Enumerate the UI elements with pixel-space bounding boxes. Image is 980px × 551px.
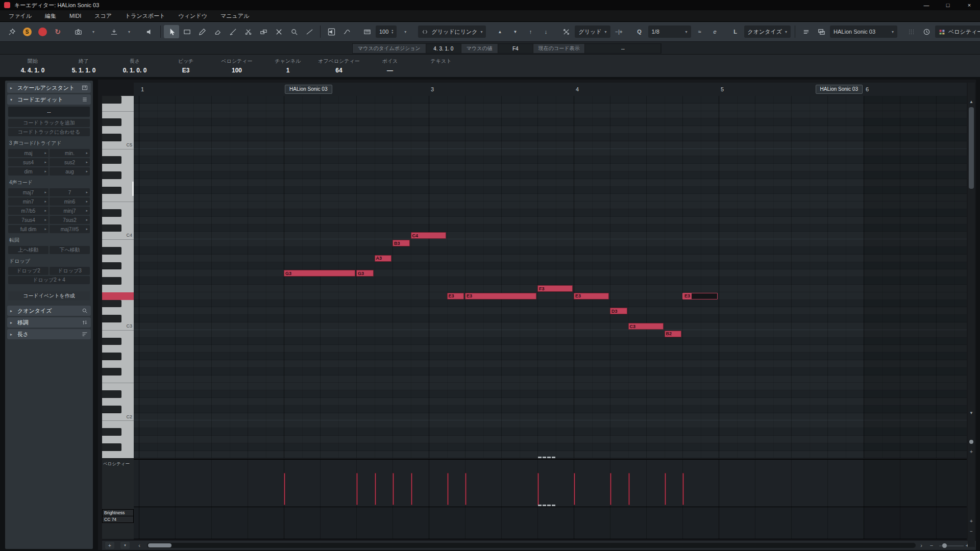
- chord-expand-icon[interactable]: ▸: [86, 227, 88, 231]
- piano-keyboard[interactable]: C5C4C3C2: [102, 96, 134, 458]
- piano-key-highlight-E3[interactable]: [102, 292, 134, 300]
- piano-key-black[interactable]: [102, 406, 121, 413]
- lane-resize-handle[interactable]: [538, 505, 555, 506]
- chord-button-dim[interactable]: dim▸: [8, 167, 48, 176]
- link-to-grid-select[interactable]: グリッドにリンク ▾: [418, 26, 486, 38]
- part-name-tag[interactable]: HALion Sonic 03: [285, 85, 332, 94]
- velocity-lane[interactable]: [134, 459, 967, 507]
- piano-key-black[interactable]: [102, 315, 121, 322]
- v-scroll-down-button[interactable]: ▼: [968, 409, 975, 416]
- time-format-button[interactable]: [919, 25, 934, 38]
- velocity-bar[interactable]: [665, 473, 666, 505]
- chord-button-minj7[interactable]: minj7▸: [50, 207, 90, 215]
- velocity-bar[interactable]: [574, 473, 575, 505]
- menu-item-4[interactable]: トランスポート: [118, 10, 172, 21]
- chord-expand-icon[interactable]: ▸: [44, 160, 46, 164]
- piano-key-black[interactable]: [102, 156, 121, 164]
- piano-key-black[interactable]: [102, 262, 121, 270]
- info-field-value[interactable]: 100: [211, 67, 262, 74]
- chord-button-aug[interactable]: aug▸: [50, 167, 90, 176]
- menu-item-3[interactable]: スコア: [88, 10, 118, 21]
- move-up-button[interactable]: 上へ移動: [8, 246, 48, 254]
- section-length[interactable]: ▸ 長さ: [7, 329, 91, 339]
- midi-note-G3-0[interactable]: G3: [284, 270, 355, 277]
- piano-key-black[interactable]: [102, 277, 121, 285]
- velocity-bar[interactable]: [537, 473, 539, 505]
- h-zoom-thumb[interactable]: [942, 543, 947, 548]
- audition-box-button[interactable]: [324, 25, 339, 38]
- iterative-quantize-button[interactable]: ≈: [692, 25, 707, 38]
- chord-expand-icon[interactable]: ▸: [86, 209, 88, 213]
- chord-button-fulldim[interactable]: full dim▸: [8, 225, 48, 233]
- info-field-value[interactable]: E3: [160, 67, 211, 74]
- chord-expand-icon[interactable]: ▸: [44, 199, 46, 204]
- v-zoom-in-button[interactable]: +: [968, 448, 975, 455]
- snapshot-dropdown[interactable]: ▾: [86, 25, 101, 38]
- transpose-down-button[interactable]: ↓: [538, 25, 553, 38]
- add-chord-track-button[interactable]: コードトラックを追加: [8, 119, 90, 127]
- v-zoom-handle[interactable]: [969, 440, 973, 444]
- chord-button-7sus4[interactable]: 7sus4▸: [8, 216, 48, 224]
- piano-key-black[interactable]: [102, 443, 121, 451]
- chord-button-sus4[interactable]: sus4▸: [8, 158, 48, 166]
- transpose-up-button[interactable]: ↑: [523, 25, 538, 38]
- chord-expand-icon[interactable]: ▸: [44, 151, 46, 155]
- menu-item-0[interactable]: ファイル: [2, 10, 38, 21]
- chord-expand-icon[interactable]: ▸: [44, 190, 46, 194]
- velocity-bar[interactable]: [356, 473, 358, 505]
- piano-key-black[interactable]: [102, 224, 121, 232]
- midi-note-E3-8[interactable]: E3: [574, 293, 609, 299]
- velocity-stepper[interactable]: ▴ ▾: [391, 29, 393, 34]
- piano-key-black[interactable]: [102, 134, 121, 141]
- tool-mute[interactable]: [271, 25, 286, 38]
- edit-active-part-button[interactable]: [814, 25, 829, 38]
- drop2-4-button[interactable]: ドロップ2 + 4: [8, 276, 90, 284]
- chord-expand-icon[interactable]: ▸: [86, 160, 88, 164]
- cc-lane-header[interactable]: Brightness CC 74: [102, 509, 134, 523]
- grid-overlay-button[interactable]: [903, 25, 919, 38]
- grid-type-select[interactable]: グリッド ▾: [575, 26, 610, 38]
- chord-expand-icon[interactable]: ▸: [86, 199, 88, 204]
- midi-note-B3-3[interactable]: B3: [393, 240, 410, 246]
- stepper-down-icon[interactable]: ▾: [391, 32, 393, 34]
- relative-grid-button[interactable]: −|+: [611, 25, 627, 38]
- h-scrollbar[interactable]: [147, 543, 916, 548]
- drop3-button[interactable]: ドロップ3: [50, 267, 90, 275]
- tool-draw[interactable]: [194, 25, 210, 38]
- solo-editor-button[interactable]: S: [19, 25, 35, 38]
- midi-note-G3-1[interactable]: G3: [356, 270, 374, 277]
- tool-erase[interactable]: [210, 25, 225, 38]
- record-in-editor-button[interactable]: [35, 25, 50, 38]
- piano-key-black[interactable]: [102, 118, 121, 126]
- tool-split[interactable]: [240, 25, 256, 38]
- info-field-value[interactable]: 5. 1. 1. 0: [58, 67, 109, 74]
- section-chord-edit[interactable]: ▾ コードエディット: [7, 94, 91, 105]
- piano-key-black[interactable]: [102, 390, 121, 398]
- velocity-bar[interactable]: [610, 473, 611, 505]
- chord-expand-icon[interactable]: ▸: [86, 190, 88, 194]
- chord-button-min[interactable]: min.▸: [50, 149, 90, 157]
- menu-item-2[interactable]: MIDI: [63, 10, 88, 21]
- insert-velocity-value[interactable]: 100 ▴ ▾: [376, 26, 397, 38]
- h-zoom-out-button[interactable]: −: [928, 542, 935, 549]
- autoscroll-button[interactable]: [106, 25, 121, 38]
- chord-button-sus2[interactable]: sus2▸: [50, 158, 90, 166]
- info-field-value[interactable]: 64: [313, 67, 364, 74]
- menu-item-5[interactable]: ウィンドウ: [172, 10, 214, 21]
- open-quantize-panel-button[interactable]: e: [707, 25, 723, 38]
- piano-key-black[interactable]: [102, 209, 121, 217]
- snap-toggle-button[interactable]: [558, 25, 574, 38]
- midi-note-C4-4[interactable]: C4: [411, 232, 446, 239]
- part-name-tag[interactable]: HALion Sonic 03: [816, 85, 863, 94]
- match-chord-track-button[interactable]: コードトラックに合わせる: [8, 128, 90, 136]
- menu-item-6[interactable]: マニュアル: [214, 10, 256, 21]
- close-button[interactable]: ×: [959, 0, 980, 10]
- drop2-button[interactable]: ドロップ2: [8, 267, 48, 275]
- chord-expand-icon[interactable]: ▸: [86, 169, 88, 173]
- midi-note-E3-6[interactable]: E3: [465, 293, 536, 299]
- piano-key-black[interactable]: [102, 171, 121, 179]
- section-scale-assistant[interactable]: ▸ スケールアシスタント: [7, 83, 91, 93]
- chord-expand-icon[interactable]: ▸: [44, 227, 46, 231]
- quantize-apply-button[interactable]: Q: [632, 25, 647, 38]
- lane-zoom-in-button[interactable]: +: [968, 517, 975, 524]
